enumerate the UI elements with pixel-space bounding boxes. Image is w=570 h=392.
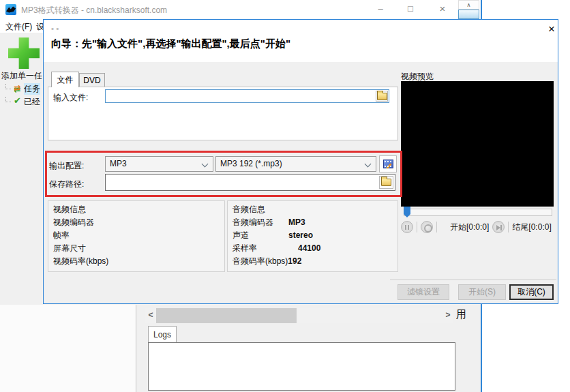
horizontal-scroll-thumb[interactable] [156, 308, 297, 323]
clip-start-label: 开始[0:0:0] [450, 222, 489, 233]
tree-elbow [5, 97, 11, 102]
sync-icon: ⇄ [12, 82, 22, 93]
info-value: 44100 [298, 243, 320, 253]
filter-settings-button[interactable]: 滤镜设置 [397, 284, 449, 300]
info-value: MP3 [288, 217, 305, 227]
audio-info-group: 音频信息 音频编码器MP3 声道stereo 采样率44100 音频码率(kbp… [227, 200, 398, 272]
tree-item-done[interactable]: ✔ 已经 [0, 95, 43, 108]
profile-dropdown[interactable]: MP3 192 (*.mp3) [215, 156, 376, 172]
screen: MP3格式转换器 - cn.blacksharksoft.com – □ × 文… [0, 0, 570, 392]
set-start-button[interactable] [492, 221, 505, 233]
save-path-label: 保存路径: [49, 179, 84, 190]
minimize-button[interactable]: – [372, 1, 389, 16]
apply-partial-text: 用 [456, 308, 466, 321]
tree-item-label[interactable]: 任务 [24, 83, 40, 95]
shark-icon [6, 6, 16, 13]
format-dropdown[interactable]: MP3 [105, 156, 213, 172]
scroll-left-button[interactable]: < [145, 308, 156, 323]
browse-save-button[interactable] [379, 176, 393, 189]
tree-item-tasks[interactable]: ⇄ 任务 [0, 82, 43, 95]
dialog-close-button[interactable]: × [545, 22, 558, 36]
maximize-button[interactable]: □ [402, 1, 419, 16]
pause-button[interactable] [401, 221, 413, 233]
log-output-box[interactable] [148, 342, 455, 391]
input-file-label: 输入文件: [53, 92, 88, 104]
tree-item-label[interactable]: 已经 [24, 96, 40, 108]
video-info-title: 视频信息 [53, 203, 224, 216]
close-button[interactable]: × [434, 1, 451, 16]
cancel-button[interactable]: 取消(C) [509, 284, 554, 300]
edit-profile-button[interactable] [379, 155, 397, 172]
separator [508, 222, 509, 232]
add-task-label[interactable]: 添加单一任 [1, 70, 43, 82]
info-value: 192 [288, 256, 301, 266]
seek-slider-track[interactable] [404, 209, 552, 216]
edit-profile-icon [383, 160, 393, 168]
open-folder-icon [381, 179, 391, 186]
footer-separator [390, 280, 556, 280]
info-label: 帧率 [53, 229, 109, 242]
converter-dialog: - - × 向导：先"输入文件",再选择"输出配置",最后点"开始" 文件 DV… [43, 19, 558, 304]
horizontal-scrollbar[interactable]: < > [145, 308, 453, 323]
dialog-body: 文件 DVD 输入文件: 输出配置: MP3 MP3 192 (*.mp3) [44, 62, 558, 303]
chevron-down-icon [202, 161, 209, 168]
check-icon: ✔ [12, 95, 22, 106]
browse-input-button[interactable] [376, 91, 388, 102]
app-icon [5, 4, 16, 15]
video-preview-area [401, 81, 554, 207]
stop-button[interactable] [421, 221, 433, 233]
menu-file[interactable]: 文件(F) [5, 21, 32, 33]
info-label: 视频码率(kbps) [53, 255, 109, 268]
start-button[interactable]: 开始(S) [458, 284, 506, 300]
info-label: 采样率 [232, 242, 288, 255]
info-label: 音频码率(kbps) [232, 255, 288, 268]
save-path-field[interactable] [105, 174, 395, 191]
info-label: 屏幕尺寸 [53, 242, 109, 255]
output-config-label: 输出配置: [49, 160, 84, 172]
clip-end-label: 结尾[0:0:0] [512, 222, 551, 233]
info-value: stereo [288, 230, 313, 240]
tab-file[interactable]: 文件 [51, 72, 79, 87]
bottom-left-panel [0, 305, 136, 392]
info-label: 视频编码器 [53, 216, 109, 229]
audio-info-title: 音频信息 [232, 203, 397, 216]
open-folder-icon [377, 93, 387, 100]
wizard-instruction: 向导：先"输入文件",再选择"输出配置",最后点"开始" [51, 37, 290, 50]
profile-dropdown-value: MP3 192 (*.mp3) [220, 159, 282, 168]
vertical-scroll-thumb[interactable] [458, 10, 479, 19]
scroll-right-button[interactable]: > [442, 308, 453, 323]
video-info-group: 视频信息 视频编码器 帧率 屏幕尺寸 视频码率(kbps) [48, 200, 225, 272]
tab-logs[interactable]: Logs [148, 326, 177, 343]
separator [417, 222, 417, 232]
tree-elbow [5, 84, 11, 89]
separator [436, 222, 437, 232]
tab-dvd[interactable]: DVD [79, 73, 105, 87]
playback-controls: 开始[0:0:0] 结尾[0:0:0] [401, 220, 556, 235]
info-label: 声道 [232, 229, 288, 242]
input-file-field[interactable] [105, 89, 389, 103]
info-label: 音频编码器 [232, 216, 288, 229]
main-window-title: MP3格式转换器 - cn.blacksharksoft.com [21, 5, 167, 16]
pencil-icon [386, 163, 391, 168]
chevron-down-icon [365, 161, 372, 168]
dialog-title: - - [51, 24, 59, 33]
vertical-scroll-up-button[interactable]: ∧ [458, 0, 479, 10]
format-dropdown-value: MP3 [110, 159, 127, 168]
